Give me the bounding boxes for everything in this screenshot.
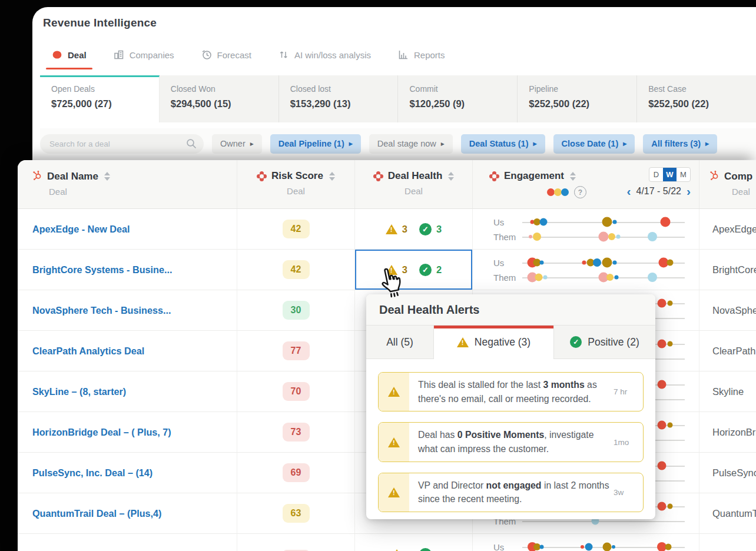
engagement-row-label: Them <box>493 273 522 283</box>
filter-chip-owner[interactable]: Owner▸ <box>212 134 262 154</box>
chevron-left-icon[interactable]: ‹ <box>627 187 631 196</box>
risk-score-badge: 77 <box>283 341 310 360</box>
engagement-dot <box>615 276 619 280</box>
sort-toggle[interactable] <box>448 172 454 181</box>
tab-reports[interactable]: Reports <box>398 49 445 61</box>
engagement-dot <box>612 545 615 549</box>
tab-label: Deal <box>68 50 87 60</box>
legend-dot <box>561 188 569 196</box>
filter-chip-deal-stage-now[interactable]: Deal stage now▸ <box>369 134 453 154</box>
tab-companies[interactable]: Companies <box>114 49 174 61</box>
gong-icon <box>257 171 267 181</box>
company-cell: ClearPath <box>699 331 756 371</box>
summary-card-closed-lost[interactable]: Closed lost$153,290 (13) <box>279 75 399 122</box>
engagement-row-label: Us <box>493 217 522 227</box>
alert-message-highlight: 0 Positive Moments <box>457 430 544 440</box>
deal-health-cell[interactable]: 3✓3 <box>355 209 473 249</box>
chevron-right-icon[interactable]: › <box>687 187 691 196</box>
summary-card-closed-won[interactable]: Closed Won$294,500 (15) <box>160 75 279 122</box>
deal-name-cell: HorizonBridge Deal – ( Plus, 7) <box>18 412 237 452</box>
sort-toggle[interactable] <box>104 172 110 181</box>
engagement-timeline <box>522 540 685 551</box>
column-source: Deal <box>237 186 354 196</box>
engagement-timeline <box>522 215 685 228</box>
risk-score-cell: 69 <box>237 453 355 493</box>
filter-chip-close-date-1[interactable]: Close Date (1)▸ <box>553 134 635 154</box>
tab-label: Forecast <box>217 50 251 60</box>
summary-card-open-deals[interactable]: Open Deals$725,000 (27) <box>40 75 160 122</box>
column-source: Deal <box>49 187 237 197</box>
search-input[interactable] <box>40 134 204 154</box>
column-header-deal-health: Deal Health Deal <box>355 160 473 208</box>
engagement-us-row: Us <box>493 215 685 228</box>
deal-name-link[interactable]: NovaSphere Tech - Business... <box>32 305 171 316</box>
sort-toggle[interactable] <box>570 172 576 181</box>
deal-name-link[interactable]: PulseSync, Inc. Deal – (14) <box>32 467 152 479</box>
summary-card-commit[interactable]: Commit$120,250 (9) <box>398 75 518 122</box>
summary-card-best-case[interactable]: Best Case$252,500 (22) <box>637 75 756 122</box>
period-toggle: D W M <box>649 167 691 182</box>
period-toggle-week[interactable]: W <box>663 168 677 181</box>
positive-count: 3 <box>436 224 442 235</box>
column-header-engagement: Engagement ? D W M ‹ 4/17 - 5/22 <box>473 160 699 208</box>
engagement-row-label: Them <box>493 232 522 242</box>
deal-name-link[interactable]: SkyLine – (8, starter) <box>32 386 126 397</box>
filter-chip-deal-pipeline-1[interactable]: Deal Pipeline (1)▸ <box>270 134 361 154</box>
engagement-dot <box>535 274 542 281</box>
engagement-dot <box>608 233 615 240</box>
deal-name-link[interactable]: QuantumTrail Deal – (Plus,4) <box>32 508 162 519</box>
tab-ai-winloss[interactable]: AI win/loss analysis <box>278 49 371 61</box>
summary-card-pipeline[interactable]: Pipeline$252,500 (22) <box>518 75 637 122</box>
engagement-us-row: Us <box>493 256 685 269</box>
tab-deal[interactable]: Deal <box>52 49 87 61</box>
deal-name-link[interactable]: HorizonBridge Deal – ( Plus, 7) <box>32 427 171 438</box>
engagement-timeline <box>522 271 685 284</box>
column-label: Deal Health <box>388 170 443 182</box>
period-toggle-month[interactable]: M <box>677 168 690 181</box>
company-cell: BrightCore <box>699 250 756 290</box>
summary-card-value: $725,000 (27) <box>51 98 159 109</box>
summary-card-value: $252,500 (22) <box>529 98 636 109</box>
column-header-company: Comp Deal <box>699 160 756 208</box>
popup-tabs: All (5)Negative (3)✓Positive (2) <box>366 326 655 359</box>
tab-forecast[interactable]: Forecast <box>201 49 251 61</box>
summary-cards: Open Deals$725,000 (27)Closed Won$294,50… <box>40 75 756 122</box>
popup-tab-all-5[interactable]: All (5) <box>366 326 434 359</box>
search-icon <box>186 138 197 149</box>
date-range-nav: ‹ 4/17 - 5/22 › <box>627 186 691 197</box>
summary-card-value: $252,500 (22) <box>648 98 756 109</box>
column-source: Deal <box>732 187 756 197</box>
popup-tab-negative-3[interactable]: Negative (3) <box>434 326 554 359</box>
engagement-dot <box>599 232 609 242</box>
engagement-dot <box>529 235 532 238</box>
deal-name-link[interactable]: BrightCore Systems - Busine... <box>32 264 172 276</box>
alert-timestamp: 3w <box>614 473 643 512</box>
engagement-dot <box>613 261 617 265</box>
popup-alert-list: This deal is stalled for the last 3 mont… <box>366 359 655 512</box>
deal-name-link[interactable]: ClearPath Analytics Deal <box>32 346 144 357</box>
filter-chip-deal-status-1[interactable]: Deal Status (1)▸ <box>461 134 545 154</box>
risk-score-cell: 73 <box>237 412 355 452</box>
alert-message-text: Deal has <box>418 430 457 440</box>
positive-count: 2 <box>436 264 442 276</box>
column-header-deal-name: Deal Name Deal <box>18 160 237 208</box>
deal-health-cell[interactable]: ✓ <box>355 534 473 551</box>
warning-icon <box>388 387 400 397</box>
check-icon: ✓ <box>419 223 432 235</box>
risk-score-badge: 69 <box>283 463 310 482</box>
warning-icon <box>391 549 403 551</box>
deal-name-link[interactable]: ApexEdge - New Deal <box>32 224 130 235</box>
alert-timestamp: 1mo <box>614 423 643 461</box>
popup-tab-positive-2[interactable]: ✓Positive (2) <box>554 326 655 359</box>
filter-chip-label: Deal Status (1) <box>469 139 529 148</box>
popup-title: Deal Health Alerts <box>366 294 655 326</box>
reports-icon <box>398 49 409 60</box>
period-toggle-day[interactable]: D <box>649 168 663 181</box>
sort-toggle[interactable] <box>329 172 335 181</box>
engagement-dot <box>668 341 673 347</box>
deal-icon <box>52 49 62 60</box>
tab-label: Companies <box>130 50 174 60</box>
deal-health-cell[interactable]: 3✓2 <box>355 250 473 290</box>
filter-chip-all-filters-3[interactable]: All filters (3)▸ <box>643 134 717 154</box>
help-icon[interactable]: ? <box>574 186 586 198</box>
